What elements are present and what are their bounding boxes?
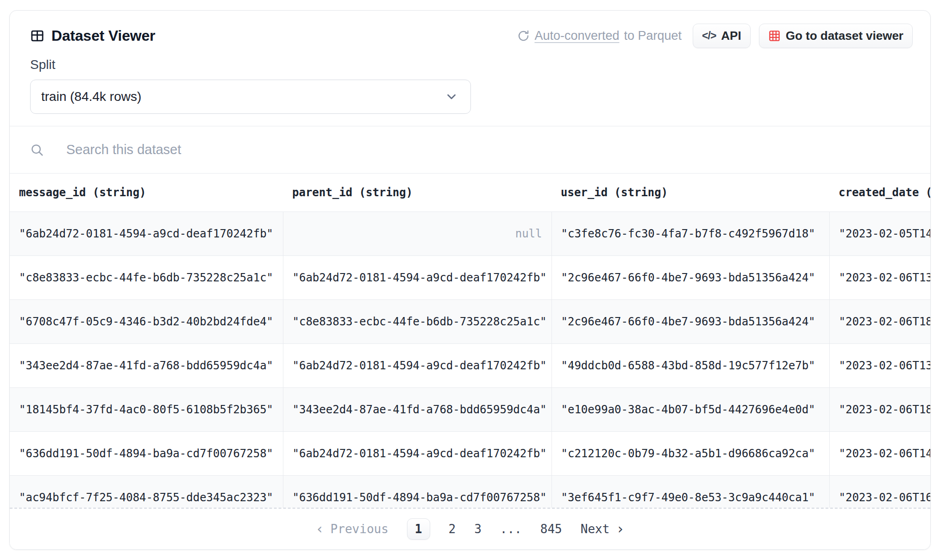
search-bar — [10, 126, 930, 174]
chevron-left-icon: ‹ — [316, 522, 324, 536]
cell-user-id: "3ef645f1-c9f7-49e0-8e53-3c9a9c440ca1" — [551, 475, 829, 508]
cell-user-id: "c212120c-0b79-4b32-a5b1-d96686ca92ca" — [551, 431, 829, 475]
grid-icon — [768, 30, 781, 42]
goto-dataset-viewer-label: Go to dataset viewer — [786, 29, 903, 43]
cell-message-id: "636dd191-50df-4894-ba9a-cd7f00767258" — [10, 431, 283, 475]
cell-parent-id-null: null — [283, 212, 551, 255]
cell-parent-id: "c8e83833-ecbc-44fe-b6db-735228c25a1c" — [283, 299, 551, 343]
table-row: "c8e83833-ecbc-44fe-b6db-735228c25a1c" "… — [10, 255, 930, 299]
column-header-user-id[interactable]: user_id (string) — [551, 174, 829, 212]
cell-parent-id: "6ab24d72-0181-4594-a9cd-deaf170242fb" — [283, 343, 551, 387]
code-icon: </> — [702, 30, 716, 42]
next-label: Next — [581, 522, 610, 536]
cell-parent-id: "343ee2d4-87ae-41fd-a768-bdd65959dc4a" — [283, 387, 551, 431]
auto-converted-suffix: to Parquet — [624, 29, 682, 43]
table-row: "343ee2d4-87ae-41fd-a768-bdd65959dc4a" "… — [10, 343, 930, 387]
search-input[interactable] — [66, 142, 910, 157]
cell-created-date: "2023-02-06T14:2 — [829, 431, 930, 475]
header-actions: Auto-converted to Parquet </> API Go to … — [517, 24, 913, 48]
auto-converted-link[interactable]: Auto-converted to Parquet — [517, 29, 682, 43]
page-button-3[interactable]: 3 — [474, 522, 482, 536]
cell-message-id: "18145bf4-37fd-4ac0-80f5-6108b5f2b365" — [10, 387, 283, 431]
cell-parent-id: "6ab24d72-0181-4594-a9cd-deaf170242fb" — [283, 431, 551, 475]
table-row: "18145bf4-37fd-4ac0-80f5-6108b5f2b365" "… — [10, 387, 930, 431]
refresh-icon — [517, 30, 530, 42]
api-button[interactable]: </> API — [693, 24, 751, 48]
table-row: "636dd191-50df-4894-ba9a-cd7f00767258" "… — [10, 431, 930, 475]
next-button[interactable]: Next › — [581, 522, 625, 536]
column-header-created-date[interactable]: created_date (string) — [829, 174, 930, 212]
auto-converted-label: Auto-converted — [534, 29, 619, 43]
dataset-viewer-card: Dataset Viewer Auto-converted to Parquet… — [9, 10, 931, 550]
cell-user-id: "e10e99a0-38ac-4b07-bf5d-4427696e4e0d" — [551, 387, 829, 431]
previous-label: Previous — [331, 522, 389, 536]
cell-user-id: "49ddcb0d-6588-43bd-858d-19c577f12e7b" — [551, 343, 829, 387]
split-label: Split — [30, 57, 930, 72]
cell-message-id: "6708c47f-05c9-4346-b3d2-40b2bd24fde4" — [10, 299, 283, 343]
page-button-845[interactable]: 845 — [540, 522, 562, 536]
dataset-table: message_id (string) parent_id (string) u… — [10, 174, 930, 508]
page-button-2[interactable]: 2 — [449, 522, 456, 536]
goto-dataset-viewer-button[interactable]: Go to dataset viewer — [759, 24, 913, 48]
page-title: Dataset Viewer — [51, 27, 155, 44]
table-row: "6708c47f-05c9-4346-b3d2-40b2bd24fde4" "… — [10, 299, 930, 343]
title-group: Dataset Viewer — [30, 27, 155, 44]
cell-created-date: "2023-02-06T18:4 — [829, 299, 930, 343]
dataset-table-wrap: message_id (string) parent_id (string) u… — [10, 174, 930, 508]
pagination: ‹ Previous 1 2 3 ... 845 Next › — [10, 509, 930, 549]
cell-user-id: "c3fe8c76-fc30-4fa7-b7f8-c492f5967d18" — [551, 212, 829, 255]
column-header-message-id[interactable]: message_id (string) — [10, 174, 283, 212]
split-select[interactable]: train (84.4k rows) — [30, 80, 471, 114]
column-header-parent-id[interactable]: parent_id (string) — [283, 174, 551, 212]
cell-created-date: "2023-02-06T16:4 — [829, 475, 930, 508]
cell-created-date: "2023-02-05T14:2 — [829, 212, 930, 255]
api-button-label: API — [721, 29, 741, 43]
table-row: "6ab24d72-0181-4594-a9cd-deaf170242fb" n… — [10, 212, 930, 255]
split-select-value: train (84.4k rows) — [41, 89, 141, 104]
cell-user-id: "2c96e467-66f0-4be7-9693-bda51356a424" — [551, 255, 829, 299]
cell-parent-id: "6ab24d72-0181-4594-a9cd-deaf170242fb" — [283, 255, 551, 299]
cell-message-id: "343ee2d4-87ae-41fd-a768-bdd65959dc4a" — [10, 343, 283, 387]
page-button-1[interactable]: 1 — [407, 518, 430, 540]
cell-user-id: "2c96e467-66f0-4be7-9693-bda51356a424" — [551, 299, 829, 343]
cell-message-id: "c8e83833-ecbc-44fe-b6db-735228c25a1c" — [10, 255, 283, 299]
cell-message-id: "6ab24d72-0181-4594-a9cd-deaf170242fb" — [10, 212, 283, 255]
chevron-right-icon: › — [616, 522, 624, 536]
cell-parent-id: "636dd191-50df-4894-ba9a-cd7f00767258" — [283, 475, 551, 508]
table-icon — [30, 29, 44, 43]
card-header: Dataset Viewer Auto-converted to Parquet… — [10, 11, 930, 48]
cell-created-date: "2023-02-06T13:3 — [829, 343, 930, 387]
cell-created-date: "2023-02-06T18:5 — [829, 387, 930, 431]
search-icon — [30, 143, 44, 157]
table-header-row: message_id (string) parent_id (string) u… — [10, 174, 930, 212]
chevron-down-icon — [445, 90, 458, 104]
page-ellipsis: ... — [500, 522, 522, 536]
table-row: "ac94bfcf-7f25-4084-8755-dde345ac2323" "… — [10, 475, 930, 508]
cell-message-id: "ac94bfcf-7f25-4084-8755-dde345ac2323" — [10, 475, 283, 508]
previous-button[interactable]: ‹ Previous — [316, 522, 389, 536]
cell-created-date: "2023-02-06T13:5 — [829, 255, 930, 299]
